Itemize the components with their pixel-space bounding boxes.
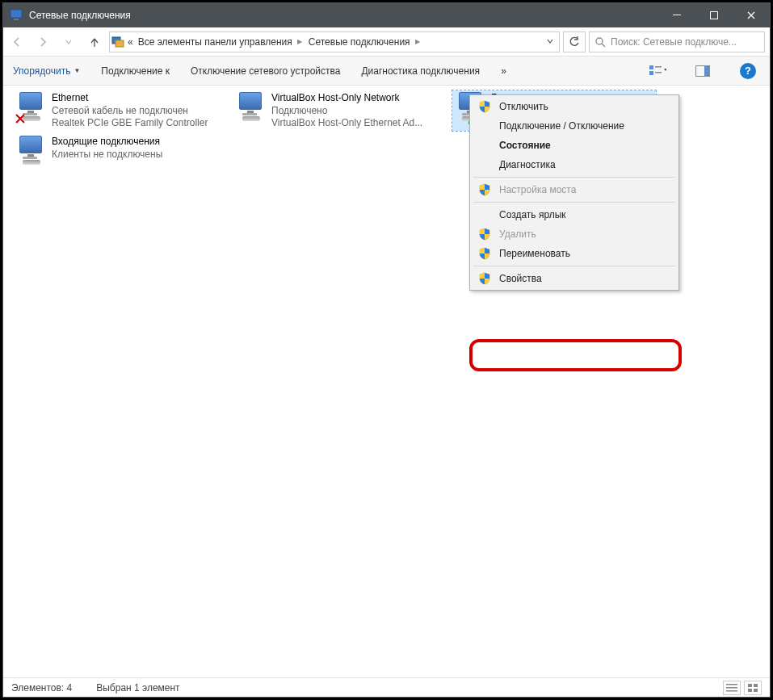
menu-item-настройка-моста: Настройка моста <box>472 180 677 199</box>
menu-item-свойства[interactable]: Свойства <box>472 269 677 288</box>
toolbar-overflow[interactable]: » <box>501 65 506 77</box>
disable-device-button[interactable]: Отключение сетевого устройства <box>191 65 340 77</box>
organize-menu[interactable]: Упорядочить▼ <box>13 65 80 77</box>
search-icon <box>594 36 606 48</box>
refresh-button[interactable] <box>563 31 586 52</box>
item-count: Элементов: 4 <box>11 682 72 694</box>
network-status: Клиенты не подключены <box>52 149 162 161</box>
network-item-virtualbox-host-only-network[interactable]: VirtualBox Host-Only NetworkПодключеноVi… <box>233 90 436 131</box>
network-icon <box>15 92 47 124</box>
menu-item-label: Отключить <box>499 101 548 112</box>
app-icon <box>10 9 23 22</box>
menu-item-создать-ярлык[interactable]: Создать ярлык <box>472 205 677 224</box>
network-item-входящие-подключения[interactable]: Входящие подключенияКлиенты не подключен… <box>13 134 216 174</box>
annotation-highlight <box>469 339 682 371</box>
menu-item-подключение-отключение[interactable]: Подключение / Отключение <box>472 116 677 136</box>
diagnose-button[interactable]: Диагностика подключения <box>361 65 480 77</box>
chevron-right-icon: ▶ <box>415 38 420 45</box>
menu-item-label: Подключение / Отключение <box>499 120 624 132</box>
menu-separator <box>473 177 675 178</box>
svg-rect-5 <box>116 40 124 47</box>
window: Сетевые подключения « Все элементы панел… <box>2 2 771 698</box>
address-dropdown[interactable] <box>543 36 557 48</box>
breadcrumb-seg2[interactable]: Сетевые подключения▶ <box>307 36 422 48</box>
close-button[interactable] <box>733 3 770 27</box>
search-input[interactable]: Поиск: Сетевые подключе... <box>589 31 765 52</box>
svg-rect-12 <box>704 66 709 76</box>
menu-item-состояние[interactable]: Состояние <box>472 136 677 155</box>
network-status: Подключено <box>271 105 422 118</box>
network-text: VirtualBox Host-Only NetworkПодключеноVi… <box>271 92 422 130</box>
network-device: Realtek PCIe GBE Family Controller <box>52 117 208 130</box>
menu-item-label: Удалить <box>499 228 536 240</box>
back-button[interactable] <box>6 31 28 53</box>
help-button[interactable]: ? <box>736 61 760 81</box>
breadcrumb-seg1[interactable]: Все элементы панели управления▶ <box>137 36 304 48</box>
network-status: Сетевой кабель не подключен <box>52 105 208 118</box>
menu-item-переименовать[interactable]: Переименовать <box>472 244 677 263</box>
up-button[interactable] <box>83 31 106 53</box>
view-options-button[interactable] <box>645 61 670 81</box>
menu-item-label: Диагностика <box>499 159 556 170</box>
svg-rect-2 <box>673 15 681 15</box>
svg-rect-10 <box>655 72 662 73</box>
menu-item-label: Создать ярлык <box>499 209 566 220</box>
network-text: EthernetСетевой кабель не подключенRealt… <box>52 92 208 130</box>
menu-item-диагностика[interactable]: Диагностика <box>472 155 677 174</box>
network-device: VirtualBox Host-Only Ethernet Ad... <box>271 117 422 130</box>
maximize-button[interactable] <box>695 3 733 27</box>
titlebar[interactable]: Сетевые подключения <box>3 3 770 27</box>
toolbar: Упорядочить▼ Подключение к Отключение се… <box>3 57 770 86</box>
svg-rect-15 <box>726 690 737 692</box>
window-controls <box>658 3 770 27</box>
menu-item-label: Свойства <box>499 273 542 284</box>
chevron-right-icon: ▶ <box>297 38 302 45</box>
svg-rect-9 <box>655 66 662 68</box>
icons-view-button[interactable] <box>744 681 762 695</box>
menu-separator <box>473 202 675 203</box>
help-icon: ? <box>740 63 756 79</box>
svg-rect-1 <box>14 19 19 20</box>
svg-rect-8 <box>649 71 653 75</box>
chevron-down-icon: ▼ <box>74 67 80 74</box>
address-bar[interactable]: « Все элементы панели управления▶ Сетевы… <box>109 31 560 52</box>
svg-rect-14 <box>726 687 737 689</box>
breadcrumb-prefix: « <box>128 36 133 48</box>
svg-rect-19 <box>754 689 758 692</box>
svg-rect-17 <box>754 684 758 687</box>
menu-item-label: Переименовать <box>499 248 570 259</box>
address-icon <box>111 36 124 48</box>
connect-to-button[interactable]: Подключение к <box>101 65 170 77</box>
statusbar: Элементов: 4 Выбран 1 элемент <box>3 677 770 697</box>
network-text: Входящие подключенияКлиенты не подключен… <box>52 136 162 161</box>
selection-count: Выбран 1 элемент <box>96 682 179 694</box>
search-placeholder: Поиск: Сетевые подключе... <box>611 36 737 48</box>
svg-rect-3 <box>711 12 718 19</box>
network-item-ethernet[interactable]: EthernetСетевой кабель не подключенRealt… <box>13 90 216 131</box>
content-area[interactable]: EthernetСетевой кабель не подключенRealt… <box>3 86 770 677</box>
details-view-button[interactable] <box>723 681 741 695</box>
menu-separator <box>473 266 675 266</box>
network-title: Ethernet <box>52 92 208 105</box>
svg-rect-7 <box>649 65 653 69</box>
svg-rect-0 <box>11 10 22 18</box>
navbar: « Все элементы панели управления▶ Сетевы… <box>3 27 770 57</box>
svg-rect-13 <box>726 684 737 685</box>
menu-item-отключить[interactable]: Отключить <box>472 97 677 116</box>
menu-item-удалить: Удалить <box>472 224 677 244</box>
preview-pane-button[interactable] <box>691 61 715 81</box>
svg-rect-16 <box>748 684 752 687</box>
window-title: Сетевые подключения <box>29 10 658 21</box>
menu-item-label: Настройка моста <box>499 184 576 195</box>
minimize-button[interactable] <box>658 3 695 27</box>
context-menu: ОтключитьПодключение / ОтключениеСостоян… <box>469 94 679 291</box>
menu-item-label: Состояние <box>499 140 551 151</box>
svg-rect-18 <box>748 689 752 692</box>
svg-point-6 <box>596 38 603 44</box>
forward-button[interactable] <box>32 31 54 53</box>
network-title: Входящие подключения <box>52 136 162 149</box>
network-icon <box>234 92 267 124</box>
network-title: VirtualBox Host-Only Network <box>271 92 422 105</box>
network-icon <box>15 136 47 168</box>
recent-dropdown[interactable] <box>57 31 80 53</box>
